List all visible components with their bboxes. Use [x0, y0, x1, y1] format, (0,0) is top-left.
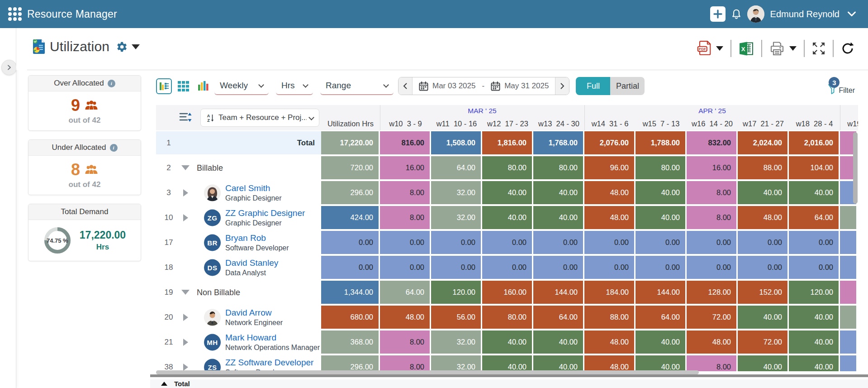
row-label-cell: 2Billable	[156, 156, 321, 179]
add-button[interactable]	[710, 6, 726, 22]
sort-order-button[interactable]	[179, 111, 192, 125]
sort-lines-icon	[179, 111, 192, 123]
notifications-button[interactable]	[730, 8, 743, 20]
grid-row-non-billable: 19Non Billable1,344.0064.00120.00160.001…	[156, 281, 858, 304]
triangle-down-icon	[181, 290, 190, 295]
resource-photo-avatar[interactable]	[204, 309, 221, 326]
utilization-cell: 8.00	[687, 181, 736, 204]
expand-sidebar-button[interactable]	[1, 60, 17, 75]
expand-row-button[interactable]	[182, 214, 189, 221]
utilization-cell: 64.00	[789, 206, 839, 229]
utilization-cell: 40.00	[533, 331, 583, 354]
avatar-initials: DS	[208, 263, 218, 271]
resource-name-block: David StanleyData Analyst	[225, 258, 278, 277]
resource-initials-avatar[interactable]: DS	[204, 259, 221, 276]
refresh-button[interactable]	[841, 42, 854, 55]
total-demand-title: Total Demand	[61, 207, 109, 216]
resource-name-link[interactable]: David Arrow	[225, 308, 283, 318]
view-mode-chart-table-button[interactable]	[156, 78, 172, 94]
fullscreen-button[interactable]	[812, 42, 825, 55]
utilization-cell: 40.00	[482, 355, 532, 371]
chevron-right-icon	[6, 64, 12, 71]
over-allocated-title: Over Allocated	[54, 79, 104, 88]
utilization-cell: 40.00	[482, 206, 532, 229]
resource-role: Network Engineer	[225, 319, 283, 327]
resource-initials-avatar[interactable]: MH	[204, 334, 221, 350]
horizontal-scrollbar-track[interactable]	[150, 374, 868, 377]
report-settings-button[interactable]	[115, 40, 128, 53]
export-pdf-button[interactable]: PDF	[697, 40, 723, 57]
date-from-value: Mar 03 2025	[432, 81, 475, 91]
utilization-cell: 40.00	[482, 181, 532, 204]
resource-name-link[interactable]: Carel Smith	[225, 183, 282, 193]
resource-photo-avatar[interactable]	[204, 184, 221, 201]
grid-row-david-stanley: 18DSDavid StanleyData Analyst0.000.000.0…	[156, 256, 858, 279]
print-options-caret[interactable]	[789, 46, 797, 51]
expand-row-button[interactable]	[182, 314, 189, 321]
vertical-scrollbar-thumb[interactable]	[853, 132, 858, 204]
app-grid-icon[interactable]	[8, 7, 22, 21]
week-header: w11 10 - 16	[431, 117, 482, 130]
utilization-cell: 296.00	[321, 355, 379, 371]
user-name[interactable]: Edmund Reynold	[770, 9, 840, 19]
utilization-cell	[840, 256, 856, 279]
utilization-cell: 48.00	[584, 331, 634, 354]
sort-az-icon: A Z	[206, 113, 214, 122]
report-menu-caret[interactable]	[132, 44, 140, 49]
resource-initials-avatar[interactable]: BR	[204, 234, 221, 251]
resource-name-link[interactable]: David Stanley	[225, 258, 278, 268]
info-icon[interactable]: i	[108, 80, 115, 87]
previous-period-button[interactable]	[398, 77, 413, 95]
partial-toggle-button[interactable]: Partial	[610, 77, 645, 95]
resource-initials-avatar[interactable]: ZG	[204, 209, 221, 226]
header-divider	[380, 105, 380, 130]
collapse-row-button[interactable]	[182, 164, 189, 172]
date-to-field[interactable]: May 31 2025	[484, 77, 555, 95]
next-period-button[interactable]	[555, 77, 569, 95]
info-icon[interactable]: i	[110, 144, 118, 152]
utilization-cell: 0.00	[789, 256, 839, 279]
week-header: w12 17 - 23	[482, 117, 533, 130]
demand-donut-chart: 74.75 %	[43, 226, 71, 254]
collapse-row-button[interactable]	[182, 289, 189, 296]
date-from-field[interactable]: Mar 03 2025	[413, 77, 482, 95]
expand-footer-icon[interactable]	[161, 382, 167, 386]
under-allocated-count: 8	[71, 160, 80, 179]
utilization-cell: 152.00	[738, 281, 787, 304]
utilization-cell: 128.00	[687, 281, 736, 304]
full-toggle-button[interactable]: Full	[576, 77, 610, 95]
utilization-cell: 1,768.00	[533, 131, 583, 154]
range-select[interactable]: Range	[320, 77, 394, 95]
utilization-cell: 40.00	[482, 331, 532, 354]
view-mode-table-button[interactable]	[175, 78, 191, 94]
export-excel-button[interactable]: X	[739, 41, 754, 56]
unit-select[interactable]: Hrs	[276, 77, 313, 95]
page-header: Utilization PDF X	[16, 28, 868, 70]
grouping-dropdown[interactable]: A Z Team + Resource + Proj...	[200, 109, 319, 127]
period-select[interactable]: Weekly	[214, 77, 269, 95]
expand-row-button[interactable]	[182, 189, 189, 196]
expand-row-button[interactable]	[182, 339, 189, 346]
resource-name-link[interactable]: ZZ Software Developer	[225, 358, 313, 368]
gear-icon	[115, 40, 128, 53]
utilization-cell: 0.00	[789, 231, 839, 254]
resource-name-link[interactable]: ZZ Graphic Designer	[225, 208, 305, 218]
utilization-cell: 17,220.00	[321, 131, 379, 154]
week-header: w18 28 - 4	[789, 117, 840, 130]
view-mode-chart-button[interactable]	[195, 78, 211, 94]
utilization-cell	[840, 331, 856, 354]
horizontal-scrollbar-thumb[interactable]	[156, 370, 699, 374]
utilization-cell: 2,024.00	[738, 131, 787, 154]
expand-row-button[interactable]	[182, 364, 189, 371]
user-avatar[interactable]	[747, 5, 764, 23]
print-button[interactable]	[769, 41, 797, 56]
user-menu-chevron-icon[interactable]	[847, 11, 856, 17]
filter-button[interactable]: 3 Filter	[828, 84, 855, 95]
pdf-options-caret[interactable]	[716, 46, 723, 51]
row-number: 3	[159, 188, 179, 197]
resource-initials-avatar[interactable]: ZS	[204, 359, 221, 371]
utilization-cell: 2,076.00	[584, 131, 634, 154]
utilization-cell: 48.00	[584, 206, 634, 229]
resource-name-link[interactable]: Mark Howard	[225, 333, 320, 343]
resource-name-link[interactable]: Bryan Rob	[225, 233, 289, 243]
